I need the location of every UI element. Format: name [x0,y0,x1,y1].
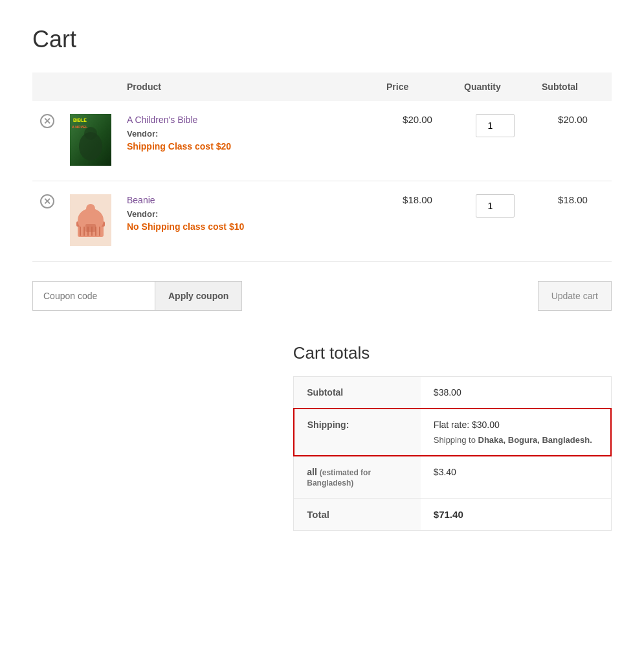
remove-beanie-button[interactable]: ✕ [40,194,54,208]
estimated-label-main: all (estimated for Bangladesh) [307,467,371,488]
header-product: Product [119,73,379,101]
beanie-shipping-note: No Shipping class cost $10 [127,221,371,232]
cart-totals-title: Cart totals [293,343,612,363]
beanie-price-cell: $18.00 [379,181,456,262]
totals-estimated-value: $3.40 [421,456,611,499]
table-row: ✕ [32,181,612,262]
bible-qty-cell [456,101,534,181]
totals-total-label: Total [294,499,421,531]
totals-shipping-value: Flat rate: $30.00 Shipping to Dhaka, Bog… [421,409,611,456]
bible-subtotal-cell: $20.00 [534,101,612,181]
svg-text:A NOVEL: A NOVEL [72,125,88,129]
bible-quantity-input[interactable] [476,114,515,137]
header-price: Price [379,73,456,101]
svg-rect-17 [85,224,96,232]
totals-subtotal-value: $38.00 [421,377,611,409]
totals-total-row: Total $71.40 [294,499,611,531]
remove-beanie-cell: ✕ [32,181,62,262]
beanie-product-image [70,194,111,246]
bible-product-cell: A Children's Bible Vendor: Shipping Clas… [119,101,379,181]
page-title: Cart [32,26,612,53]
header-quantity: Quantity [456,73,534,101]
beanie-vendor-label: Vendor: [127,209,371,219]
coupon-row: Apply coupon Update cart [32,281,612,311]
totals-shipping-rate: Flat rate: $30.00 [434,420,500,430]
beanie-quantity-input[interactable] [476,194,515,218]
update-cart-button[interactable]: Update cart [538,281,612,311]
totals-subtotal-row: Subtotal $38.00 [294,377,611,409]
bible-thumb-cell: BIBLE A NOVEL [62,101,119,181]
svg-point-16 [86,204,95,213]
bible-product-link[interactable]: A Children's Bible [127,115,197,125]
beanie-qty-cell [456,181,534,262]
svg-point-3 [84,127,97,140]
bible-vendor-label: Vendor: [127,129,371,139]
beanie-product-link[interactable]: Beanie [127,195,155,205]
beanie-product-cell: Beanie Vendor: No Shipping class cost $1… [119,181,379,262]
header-thumb [62,73,119,101]
bible-price-cell: $20.00 [379,101,456,181]
table-header-row: Product Price Quantity Subtotal [32,73,612,101]
svg-text:BIBLE: BIBLE [73,118,87,122]
coupon-input[interactable] [32,281,155,311]
bible-product-image: BIBLE A NOVEL [70,114,111,166]
header-subtotal: Subtotal [534,73,612,101]
cart-totals-wrapper: Cart totals Subtotal $38.00 Shipping: Fl… [32,343,612,531]
remove-bible-button[interactable]: ✕ [40,114,54,128]
beanie-thumb-cell [62,181,119,262]
totals-total-value: $71.40 [421,499,611,531]
estimated-label-sub: (estimated for Bangladesh) [307,468,371,488]
cart-table: Product Price Quantity Subtotal ✕ [32,73,612,262]
shipping-to-text: Shipping to Dhaka, Bogura, Bangladesh. [434,435,597,445]
header-remove [32,73,62,101]
totals-estimated-row: all (estimated for Bangladesh) $3.40 [294,456,611,499]
totals-estimated-label: all (estimated for Bangladesh) [294,456,421,499]
beanie-subtotal-cell: $18.00 [534,181,612,262]
apply-coupon-button[interactable]: Apply coupon [155,281,242,311]
cart-totals-table: Subtotal $38.00 Shipping: Flat rate: $30… [293,376,612,531]
totals-subtotal-label: Subtotal [294,377,421,409]
remove-bible-cell: ✕ [32,101,62,181]
totals-shipping-row: Shipping: Flat rate: $30.00 Shipping to … [294,409,611,456]
totals-shipping-label: Shipping: [294,409,421,456]
cart-totals-section: Cart totals Subtotal $38.00 Shipping: Fl… [293,343,612,531]
bible-shipping-note: Shipping Class cost $20 [127,141,371,152]
table-row: ✕ BIBLE [32,101,612,181]
